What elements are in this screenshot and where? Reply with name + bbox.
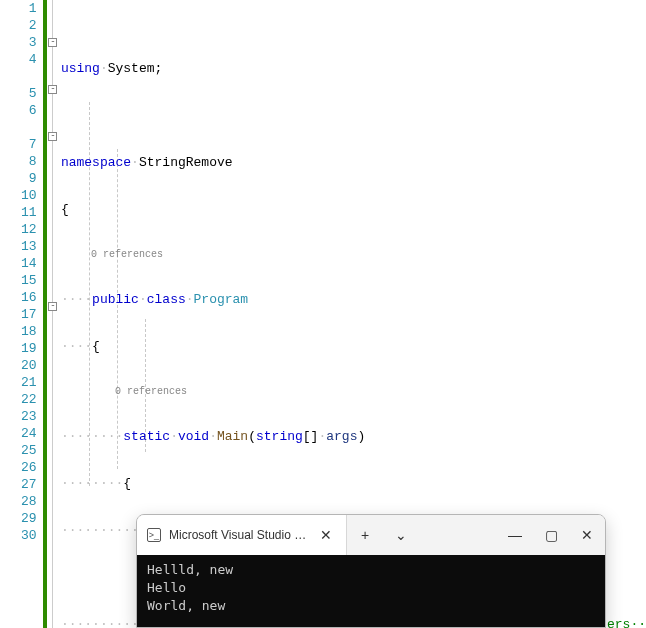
line-number: 3 xyxy=(0,34,37,51)
line-number: 10 xyxy=(0,187,37,204)
line-number: 16 xyxy=(0,289,37,306)
line-number: 1 xyxy=(0,0,37,17)
line-number: 5 xyxy=(0,85,37,102)
maximize-button[interactable]: ▢ xyxy=(533,515,569,555)
line-number: 25 xyxy=(0,442,37,459)
line-number: 26 xyxy=(0,459,37,476)
line-number: 15 xyxy=(0,272,37,289)
line-number: 21 xyxy=(0,374,37,391)
line-number: 23 xyxy=(0,408,37,425)
terminal-tab-title: Microsoft Visual Studio Debug Console xyxy=(169,528,308,542)
code-line[interactable]: ········static·void·Main(string[]·args) xyxy=(61,428,646,445)
line-number: 11 xyxy=(0,204,37,221)
code-line[interactable]: ········{ xyxy=(61,475,646,492)
line-number: 9 xyxy=(0,170,37,187)
terminal-window: >_ Microsoft Visual Studio Debug Console… xyxy=(136,514,606,628)
codelens-references[interactable]: 0 references xyxy=(61,248,646,261)
line-number: 12 xyxy=(0,221,37,238)
line-number: 8 xyxy=(0,153,37,170)
fold-toggle[interactable]: - xyxy=(48,85,57,94)
line-number: 18 xyxy=(0,323,37,340)
code-line[interactable]: namespace·StringRemove xyxy=(61,154,646,171)
terminal-output[interactable]: Hellld, new Hello World, new xyxy=(137,555,605,627)
fold-toggle[interactable]: - xyxy=(48,38,57,47)
line-number: 14 xyxy=(0,255,37,272)
code-line[interactable] xyxy=(61,107,646,124)
line-number: 17 xyxy=(0,306,37,323)
code-line[interactable]: ····{ xyxy=(61,338,646,355)
close-window-button[interactable]: ✕ xyxy=(569,515,605,555)
code-line[interactable]: { xyxy=(61,201,646,218)
terminal-tab[interactable]: >_ Microsoft Visual Studio Debug Console… xyxy=(137,515,347,555)
code-line[interactable]: using·System; xyxy=(61,60,646,77)
line-number-gutter: 1 2 3 4 5 6 7 8 9 10 11 12 13 14 15 16 1… xyxy=(0,0,43,628)
line-number: 19 xyxy=(0,340,37,357)
line-number: 24 xyxy=(0,425,37,442)
line-number: 29 xyxy=(0,510,37,527)
terminal-titlebar[interactable]: >_ Microsoft Visual Studio Debug Console… xyxy=(137,515,605,555)
minimize-button[interactable]: — xyxy=(497,515,533,555)
line-number: 27 xyxy=(0,476,37,493)
tab-close-button[interactable]: ✕ xyxy=(316,525,336,545)
line-number: 28 xyxy=(0,493,37,510)
line-number: 6 xyxy=(0,102,37,119)
terminal-icon: >_ xyxy=(147,528,161,542)
line-number: 13 xyxy=(0,238,37,255)
fold-column: - - - - xyxy=(47,0,60,628)
line-number: 7 xyxy=(0,136,37,153)
new-tab-button[interactable]: + xyxy=(347,515,383,555)
line-number: 30 xyxy=(0,527,37,544)
fold-toggle[interactable]: - xyxy=(48,302,57,311)
fold-toggle[interactable]: - xyxy=(48,132,57,141)
tab-dropdown-button[interactable]: ⌄ xyxy=(383,515,419,555)
chevron-down-icon: ⌄ xyxy=(395,527,407,543)
line-number: 22 xyxy=(0,391,37,408)
codelens-references[interactable]: 0 references xyxy=(61,385,646,398)
line-number: 4 xyxy=(0,51,37,68)
line-number: 20 xyxy=(0,357,37,374)
line-number: 2 xyxy=(0,17,37,34)
code-line[interactable]: ····public·class·Program xyxy=(61,291,646,308)
